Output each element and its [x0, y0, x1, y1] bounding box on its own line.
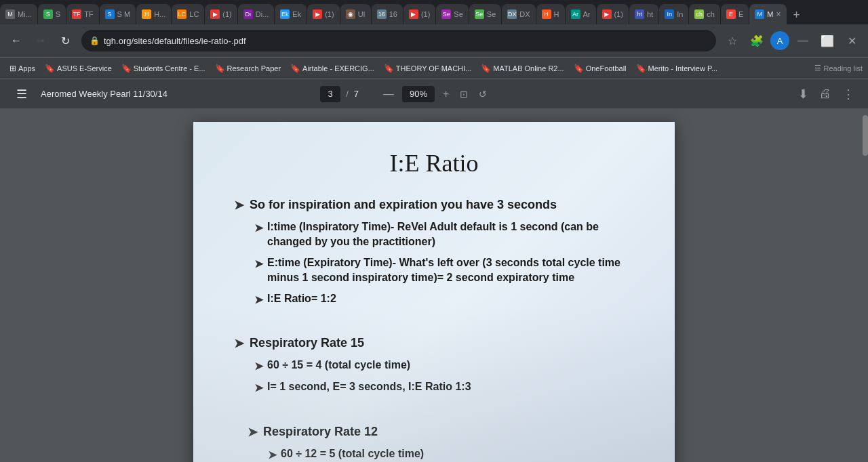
refresh-button[interactable]: ↻ — [54, 30, 76, 51]
sub-bullet-1-1-text: I:time (Inspiratory Time)- ReVel Adult d… — [267, 219, 634, 250]
scrollbar-track — [863, 108, 868, 462]
sub-bullet-2-2: ➤ I= 1 second, E= 3 seconds, I:E Ratio 1… — [254, 379, 634, 396]
sub-arrow-icon-1-2: ➤ — [254, 257, 263, 272]
bookmark-theory[interactable]: 🔖 THEORY OF MACHI... — [380, 62, 475, 75]
reading-list-button[interactable]: ☰ Reading list — [814, 64, 863, 72]
tab-4[interactable]: SS M — [100, 4, 136, 24]
bookmark-airtable[interactable]: 🔖 Airtable - EXERCIG... — [286, 62, 378, 75]
sub-bullet-2-2-text: I= 1 second, E= 3 seconds, I:E Ratio 1:3 — [267, 379, 471, 394]
extensions-button[interactable]: 🧩 — [746, 30, 768, 51]
tab-12[interactable]: 1616 — [372, 4, 403, 24]
tab-16[interactable]: DXDX — [502, 4, 535, 24]
back-button[interactable]: ← — [5, 30, 27, 51]
minimize-button[interactable]: — — [792, 30, 814, 51]
browser-toolbar: ← → ↻ 🔒 tgh.org/sites/default/files/ie-r… — [0, 24, 868, 57]
sub-arrow-icon-3-1: ➤ — [268, 448, 277, 462]
bookmark-merito-label: Merito - Interview P... — [648, 64, 718, 72]
tab-3[interactable]: TFTF — [66, 4, 98, 24]
bookmark-merito[interactable]: 🔖 Merito - Interview P... — [632, 62, 722, 75]
tab-5[interactable]: HH... — [136, 4, 171, 24]
pdf-zoom-input[interactable] — [402, 86, 435, 102]
sub-bullet-3-1: ➤ 60 ÷ 12 = 5 (total cycle time) — [268, 446, 634, 462]
tab-18[interactable]: ArAr — [566, 4, 596, 24]
main-bullet-3: ➤ Respiratory Rate 12 — [248, 425, 634, 440]
pdf-rotate-button[interactable]: ↺ — [476, 87, 490, 101]
main-bullet-2-text: Respiratory Rate 15 — [250, 336, 364, 350]
pdf-toolbar: ☰ Aeromed Weekly Pearl 11/30/14 / 7 — + … — [0, 79, 868, 108]
pdf-more-button[interactable]: ⋮ — [840, 85, 857, 103]
lock-icon: 🔒 — [90, 36, 100, 45]
page-title: I:E Ratio — [234, 149, 634, 177]
tab-14[interactable]: SeSe — [436, 4, 468, 24]
reading-list-label: Reading list — [824, 64, 863, 72]
tab-21[interactable]: InIn — [659, 4, 688, 24]
pdf-page-nav: / 7 — + ⊡ ↺ — [320, 86, 490, 102]
address-bar[interactable]: 🔒 tgh.org/sites/default/files/ie-ratio-.… — [81, 30, 716, 51]
tab-19[interactable]: ▶(1) — [597, 4, 629, 24]
tab-2[interactable]: SS — [38, 4, 66, 24]
tab-11[interactable]: ◉UI — [340, 4, 371, 24]
profile-button[interactable]: A — [770, 31, 789, 50]
airtable-favicon: 🔖 — [290, 64, 300, 73]
asus-favicon: 🔖 — [45, 64, 55, 73]
bookmark-airtable-label: Airtable - EXERCIG... — [302, 64, 374, 72]
forward-button[interactable]: → — [30, 30, 52, 51]
pdf-zoom-out-button[interactable]: — — [380, 87, 397, 102]
pdf-page-input[interactable] — [320, 86, 340, 102]
bookmark-onefootball[interactable]: 🔖 OneFootball — [570, 62, 631, 75]
pdf-fit-page-button[interactable]: ⊡ — [457, 87, 471, 101]
reading-list-icon: ☰ — [814, 64, 821, 72]
pdf-download-button[interactable]: ⬇ — [795, 85, 811, 103]
tab-23[interactable]: EE — [721, 4, 749, 24]
pdf-print-button[interactable]: 🖨 — [816, 85, 834, 102]
tab-15[interactable]: SeSe — [469, 4, 501, 24]
tab-bar: MMi... SS TFTF SS M HH... LCLC ▶(1) DiDi… — [0, 0, 868, 24]
tab-22[interactable]: chch — [689, 4, 720, 24]
bookmark-students[interactable]: 🔖 Students Centre - E... — [117, 62, 210, 75]
pdf-page: I:E Ratio ➤ So for inspiration and expir… — [193, 122, 675, 462]
pdf-title: Aeromed Weekly Pearl 11/30/14 — [41, 89, 167, 99]
tab-24-active[interactable]: MM× — [749, 4, 786, 24]
bookmark-star-button[interactable]: ☆ — [722, 30, 743, 51]
bookmark-apps-label: Apps — [18, 64, 35, 72]
bookmarks-bar: ⊞ Apps 🔖 ASUS E-Service 🔖 Students Centr… — [0, 57, 868, 79]
scrollbar-thumb[interactable] — [863, 115, 868, 156]
tab-13[interactable]: ▶(1) — [403, 4, 435, 24]
tab-1[interactable]: MMi... — [0, 4, 37, 24]
arrow-icon-1: ➤ — [234, 198, 244, 213]
new-tab-button[interactable]: + — [787, 5, 806, 24]
pdf-page-separator: / — [346, 89, 349, 99]
tab-8[interactable]: DiDi... — [238, 4, 275, 24]
close-button[interactable]: ✕ — [841, 30, 863, 51]
tab-10[interactable]: ▶(1) — [307, 4, 339, 24]
pdf-section-2: ➤ Respiratory Rate 15 ➤ 60 ÷ 15 = 4 (tot… — [234, 336, 634, 396]
pdf-section-3: ➤ Respiratory Rate 12 ➤ 60 ÷ 12 = 5 (tot… — [234, 425, 634, 462]
sub-bullet-1-2-text: E:time (Expiratory Time)- What's left ov… — [267, 255, 634, 286]
sub-arrow-icon-2-1: ➤ — [254, 359, 263, 374]
theory-favicon: 🔖 — [384, 64, 394, 73]
tab-7[interactable]: ▶(1) — [205, 4, 237, 24]
tab-20[interactable]: htht — [629, 4, 658, 24]
tab-9[interactable]: EkEk — [275, 4, 307, 24]
tab-17[interactable]: HH — [536, 4, 565, 24]
arrow-icon-2: ➤ — [234, 336, 244, 351]
bookmark-asus[interactable]: 🔖 ASUS E-Service — [41, 62, 116, 75]
toolbar-right: ☆ 🧩 A — ⬜ ✕ — [722, 30, 863, 51]
merito-favicon: 🔖 — [636, 64, 646, 73]
bookmark-onefootball-label: OneFootball — [586, 64, 627, 72]
main-bullet-1: ➤ So for inspiration and expiration you … — [234, 198, 634, 213]
bookmark-matlab[interactable]: 🔖 MATLAB Online R2... — [477, 62, 568, 75]
sub-bullet-2-1-text: 60 ÷ 15 = 4 (total cycle time) — [267, 358, 410, 373]
sub-arrow-icon-1-1: ➤ — [254, 221, 263, 236]
pdf-right-buttons: ⬇ 🖨 ⋮ — [795, 85, 857, 103]
sub-arrow-icon-1-3: ➤ — [254, 293, 263, 308]
main-bullet-2: ➤ Respiratory Rate 15 — [234, 336, 634, 351]
bookmark-research[interactable]: 🔖 Research Paper — [211, 62, 285, 75]
tab-6[interactable]: LCLC — [172, 4, 204, 24]
pdf-sidebar-toggle[interactable]: ☰ — [11, 83, 33, 105]
pdf-zoom-in-button[interactable]: + — [440, 87, 452, 102]
maximize-button[interactable]: ⬜ — [816, 30, 838, 51]
sub-bullet-1-1: ➤ I:time (Inspiratory Time)- ReVel Adult… — [254, 219, 634, 250]
bookmark-apps[interactable]: ⊞ Apps — [5, 62, 39, 75]
url-text: tgh.org/sites/default/files/ie-ratio-.pd… — [104, 36, 246, 46]
